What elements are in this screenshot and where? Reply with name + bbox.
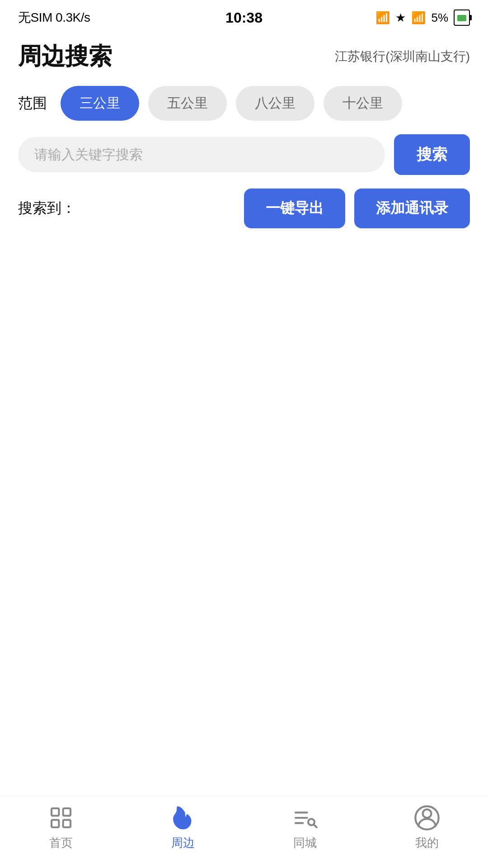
search-row: 搜索: [0, 130, 488, 184]
nav-item-nearby[interactable]: 周边: [169, 804, 197, 851]
svg-line-8: [314, 825, 317, 827]
status-time: 10:38: [225, 9, 263, 26]
svg-point-9: [423, 809, 432, 818]
range-btn-8km[interactable]: 八公里: [236, 86, 314, 121]
battery-icon: [454, 9, 470, 26]
nav-label-city: 同城: [293, 835, 317, 851]
status-bar: 无SIM 0.3K/s 10:38 📶 ★ 📶 5%: [0, 0, 488, 32]
status-left: 无SIM 0.3K/s: [18, 9, 90, 26]
add-contact-button[interactable]: 添加通讯录: [354, 189, 470, 228]
range-btn-3km[interactable]: 三公里: [61, 86, 139, 121]
bluetooth-icon: 📶: [375, 11, 390, 25]
svg-rect-0: [52, 808, 59, 816]
search-input[interactable]: [34, 147, 369, 162]
svg-rect-3: [63, 820, 70, 827]
battery-label: 5%: [431, 11, 448, 25]
svg-rect-2: [52, 820, 59, 827]
nav-item-home[interactable]: 首页: [47, 804, 75, 851]
range-label: 范围: [18, 94, 47, 113]
search-button[interactable]: 搜索: [394, 134, 470, 175]
range-selector-row: 范围 三公里 五公里 八公里 十公里: [0, 81, 488, 130]
status-right: 📶 ★ 📶 5%: [375, 9, 470, 26]
mine-icon: [413, 804, 441, 831]
search-input-wrap[interactable]: [18, 137, 385, 172]
nav-label-home: 首页: [49, 835, 73, 851]
nearby-icon: [169, 804, 197, 831]
nav-label-mine: 我的: [415, 835, 439, 851]
bottom-nav: 首页 周边 同城: [0, 796, 488, 868]
city-icon: [291, 804, 319, 831]
header: 周边搜索 江苏银行(深圳南山支行): [0, 32, 488, 81]
svg-rect-1: [63, 808, 70, 816]
signal-icon: ★: [395, 11, 406, 25]
nav-label-nearby: 周边: [171, 835, 195, 851]
range-btn-10km[interactable]: 十公里: [324, 86, 402, 121]
export-button[interactable]: 一键导出: [244, 189, 345, 228]
result-label: 搜索到：: [18, 198, 235, 218]
page-title: 周边搜索: [18, 41, 112, 72]
result-row: 搜索到： 一键导出 添加通讯录: [0, 184, 488, 237]
nav-item-mine[interactable]: 我的: [413, 804, 441, 851]
home-icon: [47, 804, 75, 831]
location-label: 江苏银行(深圳南山支行): [335, 48, 470, 65]
nav-item-city[interactable]: 同城: [291, 804, 319, 851]
wifi-icon: 📶: [411, 11, 426, 25]
range-btn-5km[interactable]: 五公里: [148, 86, 227, 121]
content-area: [0, 237, 488, 780]
